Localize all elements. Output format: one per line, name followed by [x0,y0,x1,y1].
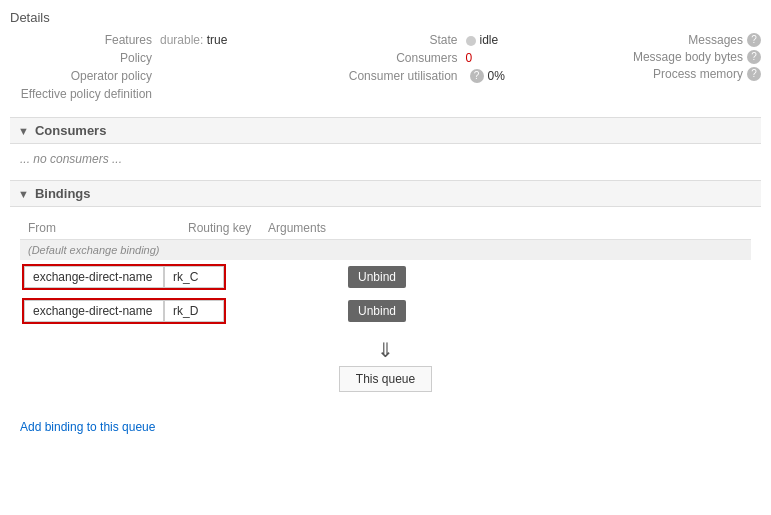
binding-2-bordered: exchange-direct-name rk_D [22,298,226,324]
process-memory-help-icon[interactable]: ? [747,67,761,81]
add-binding-link[interactable]: Add binding to this queue [20,420,155,434]
bindings-body: From Routing key Arguments (Default exch… [10,207,761,402]
consumers-body: ... no consumers ... [10,144,761,174]
binding-row-2: exchange-direct-name rk_D Unbind [20,294,751,328]
default-binding-text: (Default exchange binding) [20,240,751,261]
binding-1-rkey: rk_C [164,266,224,288]
details-section: Details Features durable: true Policy Op… [10,10,761,105]
binding-2-args [260,294,340,328]
operator-policy-label: Operator policy [10,69,160,83]
effective-policy-label: Effective policy definition [10,87,160,101]
process-memory-label: Process memory [653,67,743,81]
bindings-table: From Routing key Arguments (Default exch… [20,217,751,328]
this-queue-box: This queue [20,366,751,392]
binding-1-unbind-cell: Unbind [340,260,751,294]
bindings-section: ▼ Bindings From Routing key Arguments (D… [10,180,761,402]
features-label: Features [10,33,160,47]
binding-2-unbind-button[interactable]: Unbind [348,300,406,322]
no-consumers-text: ... no consumers ... [20,152,122,166]
state-value: idle [466,33,499,47]
messages-label: Messages [688,33,743,47]
binding-1-exchange: exchange-direct-name [24,266,164,288]
features-value: durable: true [160,33,227,47]
consumers-section: ▼ Consumers ... no consumers ... [10,117,761,174]
bindings-collapse-arrow: ▼ [18,188,29,200]
col-routing-key: Routing key [180,217,260,240]
arrow-down: ⇓ [20,338,751,362]
message-body-bytes-label: Message body bytes [633,50,743,64]
section-title: Details [10,10,761,25]
consumers-label: Consumers [316,51,466,65]
this-queue-button[interactable]: This queue [339,366,432,392]
message-body-bytes-help-icon[interactable]: ? [747,50,761,64]
consumer-utilisation-label: Consumer utilisation [316,69,466,83]
binding-row-1: exchange-direct-name rk_C Unbind [20,260,751,294]
col-from: From [20,217,180,240]
bindings-header[interactable]: ▼ Bindings [10,180,761,207]
binding-1-bordered: exchange-direct-name rk_C [22,264,226,290]
consumers-title: Consumers [35,123,107,138]
policy-label: Policy [10,51,160,65]
consumers-value: 0 [466,51,473,65]
messages-help-icon[interactable]: ? [747,33,761,47]
col-arguments: Arguments [260,217,340,240]
binding-2-rkey: rk_D [164,300,224,322]
binding-1-args [260,260,340,294]
state-label: State [316,33,466,47]
bindings-title: Bindings [35,186,91,201]
consumer-utilisation-help[interactable]: ? [470,69,484,83]
binding-2-unbind-cell: Unbind [340,294,751,328]
binding-1-unbind-button[interactable]: Unbind [348,266,406,288]
consumers-header[interactable]: ▼ Consumers [10,117,761,144]
default-binding-row: (Default exchange binding) [20,240,751,261]
binding-2-exchange: exchange-direct-name [24,300,164,322]
consumers-collapse-arrow: ▼ [18,125,29,137]
consumer-utilisation-value: 0% [488,69,505,83]
